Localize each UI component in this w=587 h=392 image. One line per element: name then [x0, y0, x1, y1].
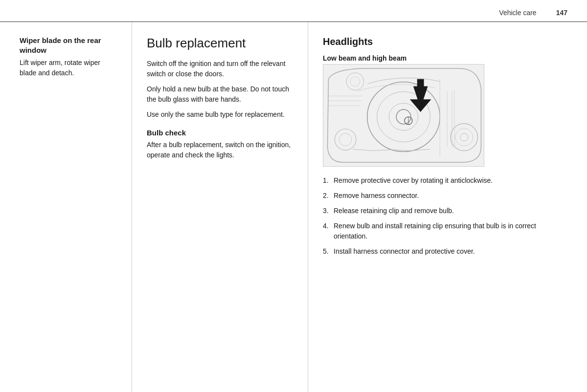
- headlight-svg: [323, 65, 484, 166]
- step-3-text: Release retaining clip and remove bulb.: [334, 206, 567, 216]
- step-2: 2. Remove harness connector.: [323, 191, 567, 201]
- left-section-heading: Wiper blade on the rear window: [20, 36, 117, 55]
- middle-para-2: Only hold a new bulb at the base. Do not…: [147, 84, 293, 105]
- bulb-check-heading: Bulb check: [147, 129, 293, 137]
- middle-para-3: Use only the same bulb type for replacem…: [147, 109, 293, 120]
- step-1-text: Remove protective cover by rotating it a…: [334, 175, 567, 186]
- step-2-number: 2.: [323, 191, 334, 201]
- step-3-number: 3.: [323, 206, 334, 216]
- middle-section-title: Bulb replacement: [147, 36, 293, 51]
- left-section-body: Lift wiper arm, rotate wiper blade and d…: [20, 58, 117, 78]
- middle-para-1: Switch off the ignition and turn off the…: [147, 59, 293, 79]
- step-5: 5. Install harness connector and protect…: [323, 246, 567, 257]
- headlight-diagram: [323, 64, 484, 167]
- page-number: 147: [556, 9, 567, 17]
- step-5-number: 5.: [323, 246, 334, 257]
- step-4: 4. Renew bulb and install retaining clip…: [323, 221, 567, 241]
- svg-rect-0: [324, 65, 484, 166]
- steps-list: 1. Remove protective cover by rotating i…: [323, 175, 567, 257]
- content-area: Wiper blade on the rear window Lift wipe…: [0, 22, 587, 392]
- right-column: Headlights Low beam and high beam: [308, 22, 587, 392]
- step-1-number: 1.: [323, 175, 334, 186]
- svg-rect-16: [417, 79, 424, 88]
- step-4-number: 4.: [323, 221, 334, 231]
- page-container: Vehicle care 147 Wiper blade on the rear…: [0, 0, 587, 392]
- left-column: Wiper blade on the rear window Lift wipe…: [0, 22, 132, 392]
- step-2-text: Remove harness connector.: [334, 191, 567, 201]
- bulb-check-body: After a bulb replacement, switch on the …: [147, 140, 293, 160]
- low-beam-heading: Low beam and high beam: [323, 54, 567, 62]
- step-4-text: Renew bulb and install retaining clip en…: [334, 221, 567, 241]
- step-5-text: Install harness connector and protective…: [334, 246, 567, 257]
- middle-column: Bulb replacement Switch off the ignition…: [132, 22, 308, 392]
- step-1: 1. Remove protective cover by rotating i…: [323, 175, 567, 186]
- right-section-title: Headlights: [323, 36, 567, 47]
- step-3: 3. Release retaining clip and remove bul…: [323, 206, 567, 216]
- page-header: Vehicle care 147: [0, 0, 587, 22]
- header-title: Vehicle care: [499, 9, 536, 17]
